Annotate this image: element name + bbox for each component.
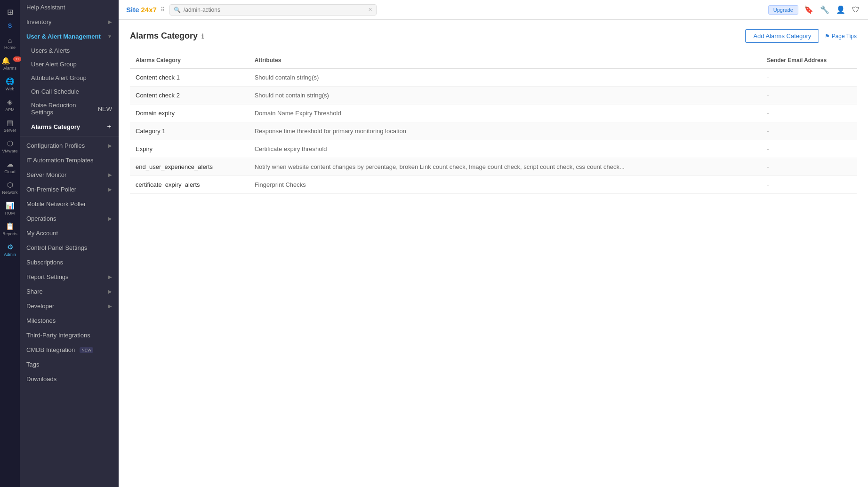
alarms-category-plus[interactable]: ＋ (106, 122, 112, 131)
nav-help-assistant[interactable]: Help Assistant (20, 0, 119, 15)
brand[interactable]: Site 24x7 ⠿ (126, 6, 165, 14)
nav-milestones[interactable]: Milestones (20, 313, 119, 328)
nav-alarms[interactable]: 🔔11 Alarms (0, 53, 20, 74)
search-input[interactable] (184, 7, 368, 13)
cell-attributes: Should not contain string(s) (249, 87, 762, 104)
nav-noise-reduction[interactable]: Noise Reduction Settings NEW (20, 98, 119, 119)
nav-inventory[interactable]: Inventory ▶ (20, 15, 119, 29)
nav-admin[interactable]: ⚙ Admin (0, 240, 20, 260)
topbar-shield-icon[interactable]: 🛡 (851, 5, 860, 15)
cell-sender-email: - (761, 104, 857, 122)
nav-home[interactable]: ⌂ Home (0, 33, 20, 53)
col-alarms-category: Alarms Category (130, 52, 249, 69)
home-icon: ⌂ (8, 36, 12, 44)
nav-config-profiles[interactable]: Configuration Profiles ▶ (20, 138, 119, 153)
nav-network[interactable]: ⬡ Network (0, 177, 20, 198)
report-settings-chevron: ▶ (108, 274, 112, 279)
nav-cmdb[interactable]: CMDB Integration NEW (20, 343, 119, 357)
app-grid-icon[interactable]: ⊞ (0, 4, 20, 20)
nav-user-alert-management[interactable]: User & Alert Management ▼ (20, 29, 119, 44)
web-icon: 🌐 (6, 77, 15, 86)
nav-user-alert-group[interactable]: User Alert Group (20, 57, 119, 71)
main-area: Site 24x7 ⠿ 🔍 ✕ Upgrade 🔖 🔧 👤 🛡 Alarms C… (119, 0, 868, 487)
cell-category: Domain expiry (130, 104, 249, 122)
nav-server[interactable]: ▤ Server (0, 115, 20, 136)
content-area: Alarms Category ℹ Add Alarms Category ⚑ … (119, 20, 868, 487)
nav-mobile-network[interactable]: Mobile Network Poller (20, 197, 119, 211)
on-premise-chevron: ▶ (108, 187, 112, 192)
table-row[interactable]: Content check 1 Should contain string(s)… (130, 69, 857, 87)
nav-downloads[interactable]: Downloads (20, 372, 119, 386)
page-title: Alarms Category (130, 31, 198, 41)
table-row[interactable]: Content check 2 Should not contain strin… (130, 87, 857, 104)
table-row[interactable]: Domain expiry Domain Name Expiry Thresho… (130, 104, 857, 122)
nav-control-panel[interactable]: Control Panel Settings (20, 240, 119, 255)
header-right: Add Alarms Category ⚑ Page Tips (745, 29, 857, 43)
nav-divider-1 (20, 136, 119, 136)
nav-vmware[interactable]: ⬡ VMware (0, 136, 20, 157)
nav-users-alerts[interactable]: Users & Alerts (20, 44, 119, 57)
network-icon: ⬡ (7, 181, 13, 189)
admin-icon: ⚙ (7, 243, 13, 251)
search-icon: 🔍 (174, 7, 181, 13)
brand-move-icon[interactable]: ⠿ (161, 7, 165, 13)
cell-attributes: Domain Name Expiry Threshold (249, 104, 762, 122)
nav-report-settings[interactable]: Report Settings ▶ (20, 270, 119, 284)
nav-developer[interactable]: Developer ▶ (20, 299, 119, 313)
table-row[interactable]: Category 1 Response time threshold for p… (130, 122, 857, 140)
nav-cloud[interactable]: ☁ Cloud (0, 157, 20, 177)
topbar-bookmark-icon[interactable]: 🔖 (803, 4, 814, 15)
nav-my-account[interactable]: My Account (20, 226, 119, 240)
topbar-user-icon[interactable]: 👤 (835, 4, 846, 15)
cell-category: Category 1 (130, 122, 249, 140)
nav-reports[interactable]: 📋 Reports (0, 219, 20, 240)
table-row[interactable]: end_user_experience_alerts Notify when w… (130, 158, 857, 176)
share-chevron: ▶ (108, 289, 112, 294)
cell-sender-email: - (761, 87, 857, 104)
nav-share[interactable]: Share ▶ (20, 284, 119, 299)
brand-logo[interactable]: S (8, 20, 12, 33)
cell-attributes: Notify when website content changes by p… (249, 158, 762, 176)
table-row[interactable]: certificate_expiry_alerts Fingerprint Ch… (130, 176, 857, 194)
nav-operations[interactable]: Operations ▶ (20, 211, 119, 226)
alarms-icon: 🔔11 (1, 56, 18, 65)
nav-on-call-schedule[interactable]: On-Call Schedule (20, 85, 119, 98)
nav-alarms-category[interactable]: Alarms Category ＋ (20, 119, 119, 134)
nav-rum[interactable]: 📊 RUM (0, 198, 20, 219)
cell-sender-email: - (761, 176, 857, 194)
topbar-wrench-icon[interactable]: 🔧 (819, 4, 830, 15)
table-header: Alarms Category Attributes Sender Email … (130, 52, 857, 69)
add-alarms-category-button[interactable]: Add Alarms Category (745, 29, 819, 43)
page-info-icon: ℹ (201, 32, 204, 40)
page-title-row: Alarms Category ℹ (130, 31, 204, 41)
nav-tags[interactable]: Tags (20, 357, 119, 372)
brand-suffix: 24x7 (141, 6, 157, 14)
nav-attribute-alert-group[interactable]: Attribute Alert Group (20, 71, 119, 85)
cmdb-badge: NEW (80, 347, 93, 353)
section-chevron: ▼ (107, 34, 112, 39)
server-monitor-chevron: ▶ (108, 172, 112, 177)
alarms-category-table: Alarms Category Attributes Sender Email … (130, 52, 857, 194)
nav-server-monitor[interactable]: Server Monitor ▶ (20, 168, 119, 182)
icon-sidebar: ⊞ S ⌂ Home 🔔11 Alarms 🌐 Web ◈ APM ▤ Serv… (0, 0, 20, 487)
nav-it-automation[interactable]: IT Automation Templates (20, 153, 119, 168)
table-row[interactable]: Expiry Certificate expiry threshold - (130, 140, 857, 158)
noise-reduction-badge: NEW (98, 105, 112, 112)
page-tips-button[interactable]: ⚑ Page Tips (825, 33, 857, 40)
nav-third-party[interactable]: Third-Party Integrations (20, 328, 119, 343)
search-clear-icon[interactable]: ✕ (368, 7, 372, 13)
col-sender-email: Sender Email Address (761, 52, 857, 69)
nav-on-premise-poller[interactable]: On-Premise Poller ▶ (20, 182, 119, 197)
search-bar[interactable]: 🔍 ✕ (169, 4, 377, 16)
cell-sender-email: - (761, 122, 857, 140)
left-navigation: Help Assistant Inventory ▶ User & Alert … (20, 0, 119, 487)
table-header-row: Alarms Category Attributes Sender Email … (130, 52, 857, 69)
col-attributes: Attributes (249, 52, 762, 69)
inventory-chevron: ▶ (108, 19, 112, 24)
cloud-icon: ☁ (7, 160, 14, 168)
upgrade-button[interactable]: Upgrade (768, 5, 798, 15)
nav-subscriptions[interactable]: Subscriptions (20, 255, 119, 270)
nav-apm[interactable]: ◈ APM (0, 95, 20, 115)
nav-web[interactable]: 🌐 Web (0, 74, 20, 95)
cell-category: Content check 2 (130, 87, 249, 104)
